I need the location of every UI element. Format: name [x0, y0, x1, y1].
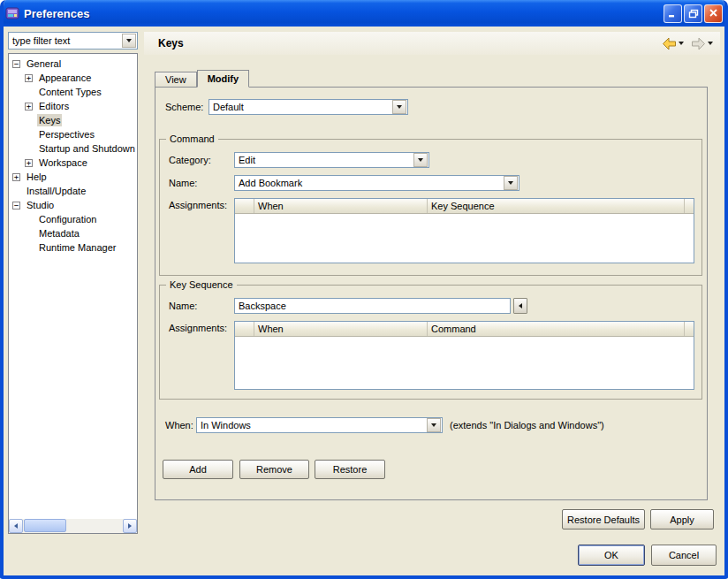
- tree-item-appearance[interactable]: +Appearance: [9, 71, 137, 85]
- tree-panel: −General+AppearanceContent Types+Editors…: [8, 53, 138, 534]
- page-header: Keys: [144, 32, 720, 55]
- command-name-label: Name:: [169, 178, 234, 188]
- key-sequence-assignments-body[interactable]: [235, 337, 694, 389]
- expand-icon[interactable]: +: [25, 74, 33, 82]
- titlebar[interactable]: Preferences: [0, 0, 728, 27]
- scroll-left-icon[interactable]: [9, 519, 23, 533]
- tab-view-label: View: [165, 74, 186, 85]
- back-icon[interactable]: [662, 37, 677, 50]
- tree-item-label: Install/Update: [25, 185, 87, 197]
- tree-item-metadata[interactable]: Metadata: [9, 226, 137, 240]
- tab-modify[interactable]: Modify: [197, 70, 249, 88]
- filter-text-value[interactable]: type filter text: [9, 35, 121, 46]
- preferences-window-icon: [5, 6, 19, 20]
- key-sequence-assignments-label: Assignments:: [169, 321, 234, 333]
- tree-item-label: Help: [25, 171, 49, 183]
- preferences-dialog: Preferences type filter text −General+A: [0, 0, 728, 579]
- restore-defaults-button[interactable]: Restore Defaults: [562, 509, 645, 529]
- tree-item-studio[interactable]: −Studio: [9, 198, 137, 212]
- tree-item-runtime-manager[interactable]: Runtime Manager: [9, 240, 137, 255]
- assignments-header-filler: [685, 199, 694, 213]
- command-name-combo-value: Add Bookmark: [235, 178, 503, 188]
- scroll-right-icon[interactable]: [123, 519, 137, 533]
- close-button[interactable]: [704, 4, 723, 23]
- tree-item-label: Perspectives: [37, 128, 96, 141]
- minimize-button[interactable]: [664, 4, 682, 23]
- filter-text-combo[interactable]: type filter text: [8, 32, 138, 50]
- tree-item-help[interactable]: +Help: [9, 170, 137, 184]
- scheme-combo-value: Default: [209, 102, 391, 112]
- preferences-tree[interactable]: −General+AppearanceContent Types+Editors…: [9, 54, 137, 519]
- restore-button-action[interactable]: Restore: [315, 460, 385, 479]
- command-assignments-table[interactable]: When Key Sequence: [234, 198, 694, 263]
- tree-item-content-types[interactable]: Content Types: [9, 85, 137, 99]
- forward-icon[interactable]: [691, 37, 706, 50]
- scrollbar-thumb[interactable]: [24, 519, 66, 532]
- category-combo[interactable]: Edit: [234, 152, 429, 168]
- when-combo-value: In Windows: [197, 420, 426, 430]
- command-assignments-body[interactable]: [235, 214, 694, 263]
- tree-item-general[interactable]: −General: [9, 57, 137, 71]
- tab-view[interactable]: View: [155, 72, 197, 87]
- when-combo-arrow-icon[interactable]: [427, 418, 441, 432]
- scheme-combo-arrow-icon[interactable]: [392, 100, 406, 114]
- cancel-button[interactable]: Cancel: [651, 545, 717, 566]
- key-sequence-when-column-header[interactable]: When: [254, 322, 428, 336]
- key-sequence-command-column-header[interactable]: Command: [428, 322, 685, 336]
- expand-icon[interactable]: +: [25, 159, 33, 167]
- restore-button[interactable]: [684, 4, 702, 23]
- add-button[interactable]: Add: [163, 460, 233, 479]
- forward-nav[interactable]: [691, 37, 713, 50]
- tree-item-label: Editors: [37, 100, 71, 112]
- dialog-content: type filter text −General+AppearanceCont…: [4, 27, 724, 575]
- tree-item-label: Metadata: [37, 227, 81, 240]
- command-assignments-label: Assignments:: [169, 198, 234, 210]
- minimize-icon: [668, 9, 678, 18]
- key-sequence-assignments-header: When Command: [235, 322, 694, 337]
- expand-icon[interactable]: +: [25, 103, 33, 110]
- filter-combo-arrow-icon[interactable]: [122, 34, 136, 48]
- back-dropdown-icon[interactable]: [679, 42, 684, 45]
- tree-item-install-update[interactable]: Install/Update: [9, 184, 137, 198]
- tree-item-configuration[interactable]: Configuration: [9, 212, 137, 226]
- scheme-combo[interactable]: Default: [209, 99, 408, 115]
- tree-item-perspectives[interactable]: Perspectives: [9, 127, 137, 141]
- remove-button[interactable]: Remove: [239, 460, 309, 479]
- command-when-column-header[interactable]: When: [254, 199, 428, 213]
- tree-item-label: Configuration: [37, 213, 98, 225]
- key-sequence-name-value: Backspace: [239, 301, 286, 311]
- tree-item-startup-and-shutdown[interactable]: Startup and Shutdown: [9, 141, 137, 156]
- tree-item-editors[interactable]: +Editors: [9, 99, 137, 113]
- when-label: When:: [165, 420, 196, 430]
- scrollbar-track[interactable]: [23, 519, 123, 533]
- ok-button[interactable]: OK: [578, 545, 645, 566]
- tree-item-label: Keys: [37, 114, 62, 126]
- key-capture-menu-button[interactable]: [513, 298, 527, 314]
- tabs: View Modify: [155, 69, 720, 87]
- forward-dropdown-icon[interactable]: [708, 42, 713, 45]
- assignments-header-spacer: [235, 199, 254, 213]
- category-combo-arrow-icon[interactable]: [413, 153, 428, 167]
- key-sequence-assignments-table[interactable]: When Command: [234, 321, 694, 390]
- collapse-icon[interactable]: −: [12, 202, 20, 210]
- command-keysequence-column-header[interactable]: Key Sequence: [428, 199, 685, 213]
- command-name-combo[interactable]: Add Bookmark: [234, 175, 519, 191]
- scheme-label: Scheme:: [165, 102, 209, 112]
- tree-item-keys[interactable]: Keys: [9, 113, 137, 127]
- tree-item-label: General: [25, 57, 63, 70]
- tree-horizontal-scrollbar[interactable]: [9, 519, 137, 533]
- tree-item-label: Appearance: [37, 72, 93, 84]
- tree-item-workspace[interactable]: +Workspace: [9, 156, 137, 170]
- collapse-icon[interactable]: −: [12, 60, 20, 68]
- back-nav[interactable]: [662, 37, 684, 50]
- expand-icon[interactable]: +: [12, 173, 20, 181]
- tree-item-label: Startup and Shutdown: [37, 142, 137, 155]
- key-sequence-group: Key Sequence Name: Backspace Assignments…: [159, 285, 702, 400]
- tree-item-label: Studio: [25, 199, 56, 211]
- assignments-header-filler: [685, 322, 694, 336]
- command-name-combo-arrow-icon[interactable]: [504, 176, 518, 190]
- key-sequence-name-input[interactable]: Backspace: [234, 298, 511, 314]
- when-combo[interactable]: In Windows: [196, 417, 443, 433]
- sidebar: type filter text −General+AppearanceCont…: [8, 32, 138, 534]
- apply-button[interactable]: Apply: [650, 509, 714, 529]
